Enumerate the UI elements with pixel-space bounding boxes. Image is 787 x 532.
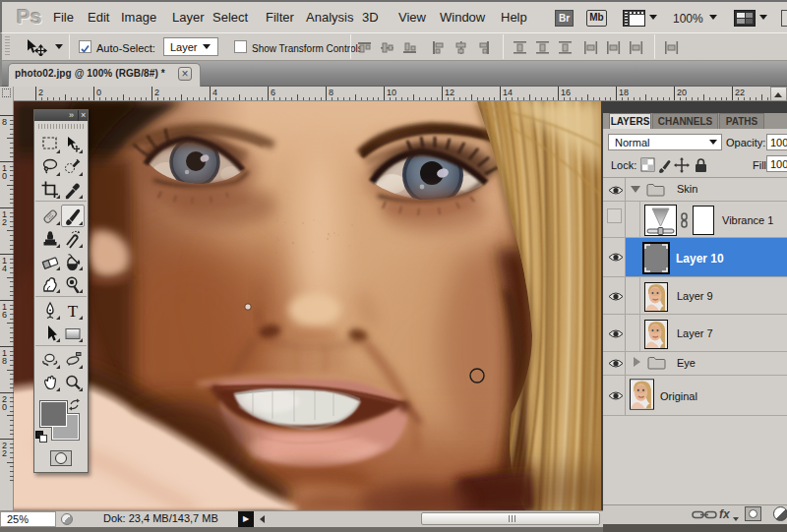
svg-text:T: T	[68, 302, 79, 321]
